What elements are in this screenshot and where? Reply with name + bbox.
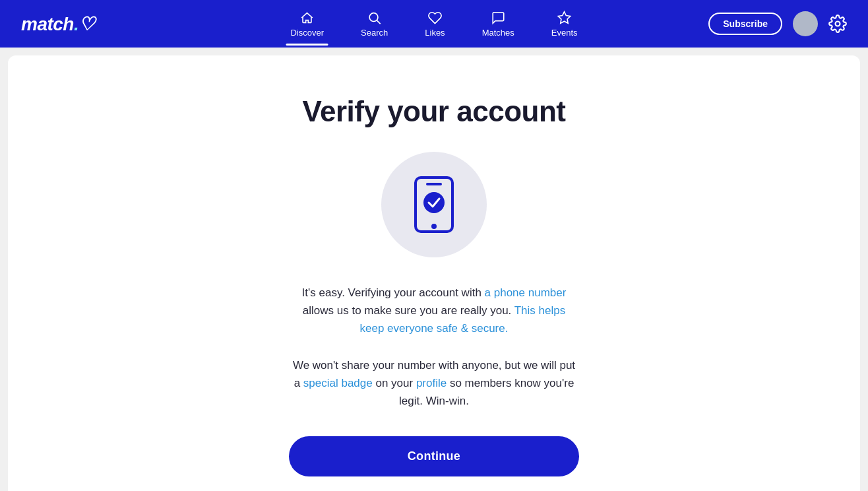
subscribe-button[interactable]: Subscribe [708, 13, 782, 35]
avatar[interactable] [793, 11, 818, 36]
nav-right: Subscribe [708, 11, 847, 36]
navigation: match.♡ Discover Search Likes Matches Ev… [0, 0, 868, 48]
phone-verification-icon [381, 152, 487, 257]
highlight-safe: This helps keep everyone safe & secure. [360, 304, 566, 335]
nav-label-matches: Matches [482, 28, 514, 38]
svg-point-6 [431, 224, 437, 229]
tag-icon [557, 11, 572, 25]
description-2: We won't share your number with anyone, … [289, 356, 579, 410]
svg-marker-2 [558, 11, 570, 22]
nav-item-events[interactable]: Events [533, 5, 596, 43]
nav-label-events: Events [551, 28, 578, 38]
continue-button[interactable]: Continue [289, 436, 579, 476]
nav-item-search[interactable]: Search [342, 5, 406, 43]
home-icon [300, 11, 315, 25]
nav-item-matches[interactable]: Matches [464, 5, 533, 43]
nav-items: Discover Search Likes Matches Events [272, 5, 596, 43]
highlight-profile: profile [416, 377, 447, 389]
svg-point-3 [835, 22, 840, 26]
nav-label-discover: Discover [290, 28, 324, 38]
highlight-phone: a phone number [485, 286, 567, 299]
svg-rect-5 [426, 183, 442, 185]
nav-label-likes: Likes [425, 28, 445, 38]
description-1: It's easy. Verifying your account with a… [289, 284, 579, 338]
highlight-badge: special badge [303, 377, 373, 389]
nav-item-likes[interactable]: Likes [406, 5, 463, 43]
chat-icon [491, 11, 505, 25]
nav-label-search: Search [361, 28, 388, 38]
logo[interactable]: match.♡ [21, 13, 95, 35]
main-content: Verify your account It's easy. Verifying… [8, 55, 860, 491]
svg-point-0 [369, 13, 378, 21]
svg-line-1 [377, 20, 381, 24]
heart-icon [427, 11, 442, 25]
page-title: Verify your account [303, 95, 566, 128]
nav-item-discover[interactable]: Discover [272, 5, 342, 43]
logo-dot: . [74, 14, 78, 34]
settings-icon[interactable] [828, 15, 847, 33]
search-icon [367, 11, 382, 25]
svg-point-7 [423, 192, 445, 213]
